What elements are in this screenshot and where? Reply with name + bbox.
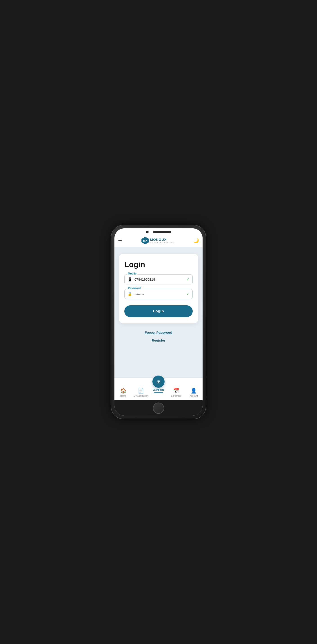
password-check-icon: ✓ <box>186 292 189 296</box>
nav-dashboard[interactable]: ⊞ Dashboard <box>150 376 167 393</box>
phone-screen: ☰ MX MONOUX SIXTH FORM COLLEGE 🌙 Login <box>114 228 203 416</box>
hamburger-icon[interactable]: ☰ <box>118 238 122 243</box>
nav-enrolment[interactable]: 📅 Enrolment <box>167 388 185 397</box>
nav-enrolment-label: Enrolment <box>171 395 181 397</box>
mobile-check-icon: ✓ <box>186 277 189 282</box>
password-input-wrapper: 🔒 ✓ <box>124 289 193 299</box>
nav-home-label: Home <box>120 395 126 397</box>
logo-icon: MX <box>141 236 149 244</box>
main-content: Login Mobile 📱 ✓ Password 🔒 <box>114 247 203 378</box>
password-label: Password <box>127 287 142 290</box>
login-title: Login <box>124 260 193 269</box>
dark-mode-toggle[interactable]: 🌙 <box>193 238 199 243</box>
home-button[interactable] <box>153 402 164 414</box>
application-icon: 📄 <box>138 388 144 394</box>
nav-dashboard-label: Dashboard <box>153 388 164 391</box>
mobile-input-group: Mobile 📱 ✓ <box>124 274 193 284</box>
svg-text:MX: MX <box>143 239 147 242</box>
logo: MX MONOUX SIXTH FORM COLLEGE <box>141 236 174 244</box>
dashboard-circle: ⊞ <box>152 376 165 388</box>
active-indicator <box>154 392 163 393</box>
nav-my-application[interactable]: 📄 My Application <box>132 388 149 397</box>
logo-text-group: MONOUX SIXTH FORM COLLEGE <box>150 238 174 244</box>
navbar: ☰ MX MONOUX SIXTH FORM COLLEGE 🌙 <box>114 235 203 247</box>
account-icon: 👤 <box>191 388 197 394</box>
logo-title: MONOUX <box>150 238 167 242</box>
mobile-input[interactable] <box>134 278 184 281</box>
login-card: Login Mobile 📱 ✓ Password 🔒 <box>119 254 198 323</box>
login-button[interactable]: Login <box>124 305 193 317</box>
home-icon: 🏠 <box>120 388 126 394</box>
front-camera <box>146 231 149 233</box>
mobile-input-wrapper: 📱 ✓ <box>124 274 193 284</box>
forgot-password-link[interactable]: Forgot Password <box>145 330 172 334</box>
phone-frame: ☰ MX MONOUX SIXTH FORM COLLEGE 🌙 Login <box>111 225 206 419</box>
dashboard-icon: ⊞ <box>156 379 161 384</box>
password-input[interactable] <box>134 292 184 296</box>
password-input-group: Password 🔒 ✓ <box>124 289 193 299</box>
nav-account[interactable]: 👤 Account <box>185 388 203 397</box>
bottom-nav: 🏠 Home 📄 My Application ⊞ Dashboard 📅 En… <box>114 378 203 400</box>
enrolment-icon: 📅 <box>173 388 179 394</box>
speaker <box>153 231 171 233</box>
lock-icon: 🔒 <box>128 292 132 296</box>
nav-home[interactable]: 🏠 Home <box>114 388 132 397</box>
nav-account-label: Account <box>190 395 198 397</box>
mobile-label: Mobile <box>127 272 137 275</box>
logo-subtitle: SIXTH FORM COLLEGE <box>150 242 174 244</box>
notch-area <box>114 228 203 235</box>
nav-application-label: My Application <box>134 395 148 397</box>
mobile-icon: 📱 <box>128 277 132 282</box>
links-area: Forgot Password Register <box>145 330 172 342</box>
home-button-area <box>114 400 203 416</box>
register-link[interactable]: Register <box>152 338 165 342</box>
